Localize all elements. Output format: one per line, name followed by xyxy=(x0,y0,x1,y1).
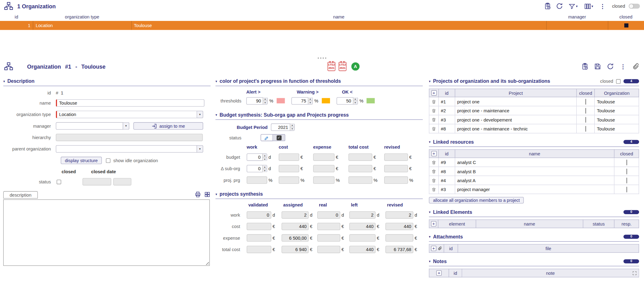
row-closed-checkbox[interactable] xyxy=(585,99,586,105)
date-stamps: 17/12 2021 17/12 2021 xyxy=(328,62,346,71)
section-linked-resources[interactable]: ▾ Linked resources 4 xyxy=(429,138,639,147)
delete-icon[interactable] xyxy=(431,187,436,192)
status-validated-button[interactable]: ✓ xyxy=(273,134,285,141)
row-closed-checkbox[interactable] xyxy=(585,126,586,132)
row-closed-checkbox[interactable] xyxy=(626,186,627,192)
manager-select[interactable] xyxy=(56,122,123,130)
show-idle-checkbox[interactable] xyxy=(106,158,111,163)
print-icon[interactable] xyxy=(195,191,201,198)
columns-icon[interactable]: ▾ xyxy=(582,2,595,10)
pencil-icon xyxy=(264,135,269,140)
spinner[interactable]: ▲▼ xyxy=(263,97,267,104)
add-resource-button[interactable]: + xyxy=(431,151,437,156)
display-structure-button[interactable]: display structure xyxy=(61,157,102,164)
section-notes[interactable]: ▾ Notes 0 xyxy=(429,258,639,266)
section-projects-synthesis[interactable]: ▾ projects synthesis xyxy=(215,190,423,199)
hierarchy-label: hierarchy xyxy=(3,135,56,140)
row-closed-checkbox[interactable] xyxy=(585,108,586,114)
spinner[interactable]: ▲▼ xyxy=(308,97,312,104)
refresh-icon[interactable] xyxy=(606,62,614,71)
delete-icon[interactable] xyxy=(431,178,436,183)
closed-toggle[interactable] xyxy=(629,4,640,9)
section-linked-elements[interactable]: ▾ Linked Elements 0 xyxy=(429,208,639,217)
section-thresholds[interactable]: ▾ color of project's progress in functio… xyxy=(215,78,423,86)
table-row[interactable]: #2 project one - maintenance Toulouse xyxy=(429,106,639,115)
table-row[interactable]: #9 analyst C xyxy=(429,158,639,167)
delete-icon[interactable] xyxy=(431,117,436,122)
paperclip-icon[interactable] xyxy=(437,246,442,251)
row-closed-checkbox[interactable] xyxy=(626,168,627,174)
collapse-triangle-icon: ▾ xyxy=(429,259,430,263)
refresh-icon[interactable] xyxy=(555,2,564,10)
delete-icon[interactable] xyxy=(431,126,436,131)
row-closed-checkbox[interactable] xyxy=(626,178,627,183)
delete-icon[interactable] xyxy=(431,99,436,104)
add-attachment-button[interactable]: + xyxy=(431,246,436,251)
delete-icon[interactable] xyxy=(431,160,436,165)
closed-checkbox[interactable] xyxy=(57,179,61,184)
assign-to-me-button[interactable]: assign to me xyxy=(133,122,203,130)
projects-col-organization: Organization xyxy=(595,89,639,97)
section-description[interactable]: ▾ Description xyxy=(3,78,211,86)
spinner[interactable]: ▲▼ xyxy=(290,123,294,130)
collapse-triangle-icon: ▾ xyxy=(3,79,5,83)
grid-icon[interactable] xyxy=(204,191,211,198)
row-closed-checkbox[interactable] xyxy=(585,117,586,122)
pane-splitter[interactable] xyxy=(0,55,644,60)
projects-closed-checkbox[interactable] xyxy=(616,79,621,84)
caret-down-icon[interactable]: ▾ xyxy=(197,111,203,118)
budget-table-headers: work cost expense total cost revised xyxy=(215,144,423,149)
attachment-icon[interactable] xyxy=(632,62,640,71)
section-attachments[interactable]: ▾ Attachments 0 xyxy=(429,233,639,242)
cell-id: 1 xyxy=(0,21,33,30)
add-element-button[interactable]: + xyxy=(431,221,436,226)
org-chart-icon xyxy=(4,2,13,10)
table-row[interactable]: #3 project one - developement Toulouse xyxy=(429,115,639,124)
add-note-button[interactable]: + xyxy=(436,270,441,276)
status-label: status xyxy=(3,179,56,184)
expand-icon[interactable] xyxy=(632,271,637,276)
organization-type-select[interactable] xyxy=(56,111,197,118)
detail-header: Organization #1 - Toulouse 17/12 2021 17… xyxy=(0,60,644,73)
add-project-button[interactable]: + xyxy=(431,90,437,95)
filter-icon[interactable]: ▾ xyxy=(567,2,579,10)
prg-expense-input xyxy=(313,176,334,184)
section-projects[interactable]: ▾ Projects of organization and its sub-o… xyxy=(429,78,639,86)
closed-column-label: closed xyxy=(62,169,91,174)
section-budget-synthesis[interactable]: ▾ Budget synthesis: Sub-orga gap and Pro… xyxy=(215,111,423,120)
collapse-triangle-icon: ▾ xyxy=(215,79,217,83)
synthesis-cost-row: cost € € € € € xyxy=(215,223,423,230)
update-date-stamp: 17/12 2021 xyxy=(339,62,346,71)
table-row[interactable]: #8 analyst B xyxy=(429,167,639,176)
kebab-menu-icon[interactable]: ⋮ xyxy=(619,62,627,71)
row-closed-checkbox[interactable] xyxy=(626,159,627,165)
checklist-icon[interactable] xyxy=(581,62,589,71)
spinner[interactable]: ▲▼ xyxy=(353,97,357,104)
alert-color-swatch xyxy=(276,98,285,103)
delete-icon[interactable] xyxy=(431,169,436,174)
organization-row-selected[interactable]: 1 Location Toulouse xyxy=(0,21,644,30)
status-draft-button[interactable] xyxy=(261,134,273,141)
caret-down-icon[interactable]: ▾ xyxy=(123,122,129,130)
alert-header: Alert > xyxy=(246,90,297,94)
table-row[interactable]: #1 project one Toulouse xyxy=(429,97,639,106)
suborg-cost-input xyxy=(279,165,299,172)
description-textarea[interactable] xyxy=(3,199,210,266)
allocate-members-button[interactable]: allocate all organization members to a p… xyxy=(429,197,524,203)
name-input[interactable] xyxy=(56,99,204,107)
kebab-menu-icon[interactable]: ⋮ xyxy=(598,2,607,10)
table-row[interactable]: #4 analyst A xyxy=(429,176,639,185)
closed-checkbox[interactable] xyxy=(624,23,628,27)
delete-icon[interactable] xyxy=(431,108,436,113)
table-row[interactable]: #8 project one - maintenance - technic T… xyxy=(429,124,639,133)
tab-description[interactable]: description xyxy=(3,191,38,198)
report-icon[interactable] xyxy=(544,2,552,10)
parent-organization-label: parent organization xyxy=(3,146,56,151)
caret-down-icon[interactable]: ▾ xyxy=(197,145,203,153)
parent-organization-select[interactable] xyxy=(56,145,197,153)
resources-col-closed: closed xyxy=(614,150,639,158)
table-row[interactable]: #3 project manager xyxy=(429,185,639,194)
collapse-triangle-icon: ▾ xyxy=(215,113,217,117)
budget-revised-input xyxy=(384,154,408,161)
save-icon[interactable] xyxy=(594,62,602,71)
